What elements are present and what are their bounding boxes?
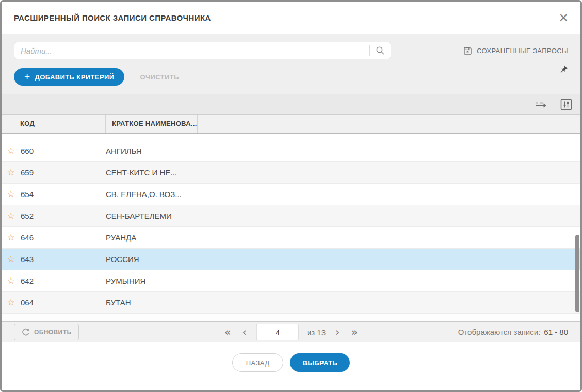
dialog-titlebar: РАСШИРЕННЫЙ ПОИСК ЗАПИСИ СПРАВОЧНИКА × — [2, 2, 580, 34]
table-rows: ☆ 660 АНГИЛЬЯ ☆ 659 СЕНТ-КИТС И НЕ... ☆ … — [2, 140, 580, 314]
criteria-row: + ДОБАВИТЬ КРИТЕРИЙ ОЧИСТИТЬ — [14, 67, 568, 87]
favorite-star-icon[interactable]: ☆ — [2, 255, 20, 264]
column-settings-icon[interactable] — [556, 96, 576, 112]
search-box — [14, 42, 391, 59]
column-header-code[interactable]: КОД — [20, 115, 106, 133]
refresh-button[interactable]: ОБНОВИТЬ — [14, 324, 79, 340]
table-row[interactable]: ☆ 643 РОССИЯ — [2, 249, 580, 270]
search-icon[interactable] — [370, 42, 391, 59]
pin-icon[interactable] — [559, 64, 568, 74]
autofit-columns-icon[interactable] — [530, 99, 552, 110]
table-row[interactable]: ☆ 652 СЕН-БАРТЕЛЕМИ — [2, 205, 580, 227]
partially-scrolled-row-bottom — [2, 314, 580, 321]
dialog-title: РАСШИРЕННЫЙ ПОИСК ЗАПИСИ СПРАВОЧНИКА — [14, 13, 211, 22]
cell-name: РОССИЯ — [106, 255, 580, 264]
save-icon — [463, 46, 472, 55]
cell-code: 654 — [20, 190, 106, 199]
table-row[interactable]: ☆ 660 АНГИЛЬЯ — [2, 140, 580, 162]
favorites-column-header — [2, 115, 20, 133]
favorite-star-icon[interactable]: ☆ — [2, 146, 20, 155]
table-row[interactable]: ☆ 646 РУАНДА — [2, 227, 580, 249]
search-and-criteria-panel: СОХРАНЕННЫЕ ЗАПРОСЫ + ДОБАВИТЬ КРИТЕРИЙ … — [2, 34, 580, 94]
records-range[interactable]: 61 - 80 — [544, 328, 568, 337]
cell-name: СЕНТ-КИТС И НЕ... — [106, 168, 580, 177]
cell-code: 652 — [20, 211, 106, 220]
vertical-scrollbar-thumb[interactable] — [575, 235, 579, 312]
refresh-icon — [22, 328, 30, 336]
dialog-actions: НАЗАД ВЫБРАТЬ — [2, 342, 580, 390]
favorite-star-icon[interactable]: ☆ — [2, 190, 20, 199]
table-row[interactable]: ☆ 659 СЕНТ-КИТС И НЕ... — [2, 162, 580, 184]
refresh-label: ОБНОВИТЬ — [34, 329, 71, 336]
saved-queries-button[interactable]: СОХРАНЕННЫЕ ЗАПРОСЫ — [463, 46, 568, 55]
back-button[interactable]: НАЗАД — [232, 353, 284, 372]
close-icon[interactable]: × — [559, 10, 568, 25]
advanced-search-dialog: РАСШИРЕННЫЙ ПОИСК ЗАПИСИ СПРАВОЧНИКА × С… — [0, 0, 582, 392]
table-row[interactable]: ☆ 654 СВ. ЕЛЕНА,О. ВОЗ... — [2, 184, 580, 205]
partially-scrolled-row-top — [2, 134, 580, 140]
table-row[interactable]: ☆ 642 РУМЫНИЯ — [2, 270, 580, 292]
plus-icon: + — [24, 72, 30, 81]
favorite-star-icon[interactable]: ☆ — [2, 276, 20, 285]
table-row[interactable]: ☆ 064 БУТАН — [2, 292, 580, 314]
table-toolbar — [2, 94, 580, 115]
search-row: СОХРАНЕННЫЕ ЗАПРОСЫ — [14, 42, 568, 59]
records-info: Отображаются записи: 61 - 80 — [458, 328, 568, 337]
prev-page-icon[interactable]: ‹ — [238, 327, 251, 338]
cell-code: 642 — [20, 276, 106, 285]
page-number-input[interactable] — [256, 324, 299, 340]
cell-name: БУТАН — [106, 298, 580, 307]
favorite-star-icon[interactable]: ☆ — [2, 211, 20, 220]
table-footer: ОБНОВИТЬ « ‹ из 13 › » Отображаются запи… — [2, 321, 580, 342]
column-header-name[interactable]: КРАТКОЕ НАИМЕНОВА... — [106, 115, 198, 133]
clear-criteria-button[interactable]: ОЧИСТИТЬ — [140, 73, 179, 81]
cell-code: 064 — [20, 298, 106, 307]
cell-name: АНГИЛЬЯ — [106, 146, 580, 155]
saved-queries-label: СОХРАНЕННЫЕ ЗАПРОСЫ — [477, 47, 568, 55]
favorite-star-icon[interactable]: ☆ — [2, 233, 20, 242]
search-input[interactable] — [14, 42, 369, 59]
add-criterion-button[interactable]: + ДОБАВИТЬ КРИТЕРИЙ — [14, 68, 124, 86]
page-total-label: из 13 — [307, 328, 326, 337]
first-page-icon[interactable]: « — [220, 327, 236, 338]
next-page-icon[interactable]: › — [331, 327, 344, 338]
records-label: Отображаются записи: — [458, 328, 541, 336]
table-header: КОД КРАТКОЕ НАИМЕНОВА... — [2, 115, 580, 134]
table-body: ☆ 660 АНГИЛЬЯ ☆ 659 СЕНТ-КИТС И НЕ... ☆ … — [2, 134, 580, 321]
cell-name: СЕН-БАРТЕЛЕМИ — [106, 211, 580, 220]
select-button[interactable]: ВЫБРАТЬ — [290, 353, 350, 372]
favorite-star-icon[interactable]: ☆ — [2, 168, 20, 177]
favorite-star-icon[interactable]: ☆ — [2, 298, 20, 307]
toolbar-divider — [554, 99, 554, 110]
cell-name: РУМЫНИЯ — [106, 276, 580, 285]
cell-code: 646 — [20, 233, 106, 242]
cell-code: 659 — [20, 168, 106, 177]
add-criterion-label: ДОБАВИТЬ КРИТЕРИЙ — [35, 73, 115, 81]
pagination: « ‹ из 13 › » — [220, 324, 363, 340]
last-page-icon[interactable]: » — [346, 327, 362, 338]
cell-name: СВ. ЕЛЕНА,О. ВОЗ... — [106, 190, 580, 199]
cell-code: 660 — [20, 146, 106, 155]
cell-name: РУАНДА — [106, 233, 580, 242]
cell-code: 643 — [20, 255, 106, 264]
criteria-divider — [195, 67, 195, 87]
